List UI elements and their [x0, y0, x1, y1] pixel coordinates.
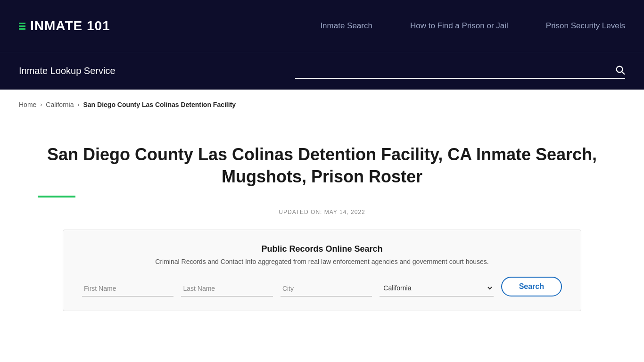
main-content: San Diego County Las Colinas Detention F…	[0, 120, 644, 330]
search-bar: Inmate Lookup Service	[0, 52, 644, 90]
search-form: AlabamaAlaskaArizonaArkansasCaliforniaCo…	[82, 277, 562, 296]
breadcrumb-home[interactable]: Home	[19, 101, 36, 108]
last-name-input[interactable]	[181, 281, 272, 296]
svg-line-1	[622, 72, 624, 74]
nav-how-to-find[interactable]: How to Find a Prison or Jail	[410, 21, 508, 31]
nav-links: Inmate Search How to Find a Prison or Ja…	[320, 21, 625, 31]
search-button-icon[interactable]	[615, 65, 625, 78]
city-input[interactable]	[281, 281, 372, 296]
first-name-input[interactable]	[82, 281, 173, 296]
logo-icon	[19, 23, 25, 30]
update-text: UPDATED ON: MAY 14, 2022	[38, 209, 606, 215]
state-select[interactable]: AlabamaAlaskaArizonaArkansasCaliforniaCo…	[380, 280, 493, 296]
breadcrumb-sep-1: ›	[40, 101, 42, 108]
public-records-subtitle: Criminal Records and Contact Info aggreg…	[82, 258, 562, 265]
nav-prison-security[interactable]: Prison Security Levels	[546, 21, 625, 31]
top-nav: INMATE 101 Inmate Search How to Find a P…	[0, 0, 644, 52]
breadcrumb: Home › California › San Diego County Las…	[19, 101, 625, 108]
search-input-wrapper	[295, 64, 625, 79]
nav-inmate-search[interactable]: Inmate Search	[320, 21, 372, 31]
public-search-button[interactable]: Search	[501, 277, 562, 296]
logo[interactable]: INMATE 101	[19, 18, 110, 33]
breadcrumb-current: San Diego County Las Colinas Detention F…	[83, 101, 236, 108]
title-underline	[38, 196, 75, 197]
first-name-field	[82, 281, 173, 296]
public-records-section: Public Records Online Search Criminal Re…	[63, 230, 581, 311]
logo-text: INMATE 101	[30, 18, 110, 33]
breadcrumb-area: Home › California › San Diego County Las…	[0, 90, 644, 120]
public-records-title: Public Records Online Search	[82, 244, 562, 254]
city-field	[281, 281, 372, 296]
last-name-field	[181, 281, 272, 296]
breadcrumb-state[interactable]: California	[46, 101, 74, 108]
page-title: San Diego County Las Colinas Detention F…	[38, 144, 606, 188]
search-icon	[615, 65, 625, 75]
search-input[interactable]	[295, 64, 625, 79]
search-bar-label: Inmate Lookup Service	[19, 66, 116, 76]
breadcrumb-sep-2: ›	[78, 101, 80, 108]
